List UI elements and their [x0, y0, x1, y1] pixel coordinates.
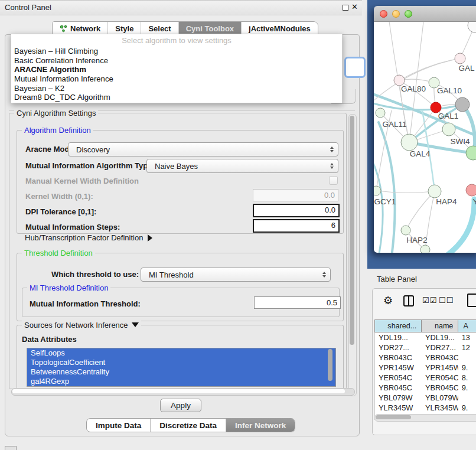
algorithm-option-aracne-algorithm[interactable]: ARACNE Algorithm	[11, 65, 342, 74]
close-window-icon[interactable]	[380, 10, 387, 18]
algorithm-option-bayesian-hill-climbing[interactable]: Bayesian – Hill Climbing	[11, 47, 342, 56]
settings-vertical-scrollbar[interactable]	[348, 114, 357, 396]
table-cell: YBR045C	[375, 383, 422, 393]
zoom-window-icon[interactable]	[405, 10, 412, 18]
network-node-gal[interactable]	[455, 53, 465, 64]
collapsed-panel-chip[interactable]	[5, 446, 17, 450]
table-row[interactable]: YLR345WYLR345W9.	[375, 403, 476, 413]
table-row[interactable]: YDR27...YDR27...12	[375, 343, 476, 353]
import-table-icon[interactable]	[467, 294, 476, 307]
tab-select[interactable]: Select	[141, 22, 178, 35]
attribute-item-gal4rgexp[interactable]: gal4RGexp	[27, 377, 335, 386]
dropdown-prompt: Select algorithm to view settings	[11, 34, 342, 47]
attribute-item-betweennesscentrality[interactable]: BetweennessCentrality	[27, 367, 335, 377]
table-cell: 9.	[458, 403, 476, 413]
control-panel-titlebar: Control Panel ✕	[0, 0, 362, 15]
aracne-mode-select[interactable]: Discovery	[68, 142, 338, 156]
network-canvas[interactable]: GALGAL80GAL10GAL1GAL11GAL4SWI4GCY1HAP4YH…	[374, 22, 476, 253]
columns-icon[interactable]	[403, 295, 414, 306]
mi-threshold-input[interactable]: 0.5	[254, 296, 341, 309]
network-node[interactable]	[420, 245, 430, 253]
node-label-hap4: HAP4	[436, 197, 457, 206]
hidden-combobox-fragment	[344, 57, 366, 78]
minimize-window-icon[interactable]	[392, 10, 400, 18]
network-edge	[376, 191, 435, 193]
network-edge	[399, 58, 460, 80]
select-all-columns-icon[interactable]: ☑☑	[422, 296, 437, 305]
expand-right-icon	[148, 234, 152, 242]
table-row[interactable]: YBR043CYBR043C	[375, 353, 476, 363]
network-node-y[interactable]	[466, 184, 476, 196]
network-node-swi4[interactable]	[466, 146, 476, 160]
network-node-gal4[interactable]	[401, 134, 418, 151]
settings-horizontal-scrollbar[interactable]	[11, 388, 355, 396]
float-window-icon[interactable]	[343, 5, 348, 11]
mi-steps-label: Mutual Information Steps:	[25, 223, 120, 231]
table-row[interactable]: YBR045CYBR045C9.	[375, 383, 476, 393]
hub-definition-label: Hub/Transcription Factor Definition	[25, 233, 143, 242]
network-node-hap2[interactable]	[401, 226, 410, 235]
table-row[interactable]: YPR145WYPR145W9.	[375, 363, 476, 373]
tab-jactivemnodules[interactable]: jActiveMNodules	[242, 22, 318, 35]
mi-threshold-label: Mutual Information Threshold:	[30, 299, 141, 308]
kernel-width-input[interactable]: 0.0	[253, 189, 338, 201]
table-horizontal-scrollbar[interactable]	[374, 414, 476, 422]
table-cell: YLR345W	[375, 403, 422, 413]
which-threshold-select[interactable]: MI Threshold	[141, 268, 331, 282]
column-header-name[interactable]: name	[421, 319, 458, 332]
tab-cyni-toolbox[interactable]: Cyni Toolbox	[179, 22, 242, 35]
algorithm-definition-group: Algorithm Definition Aracne Mode: Discov…	[17, 130, 344, 234]
tab-style[interactable]: Style	[108, 22, 141, 35]
algorithm-option-bayesian-k2[interactable]: Bayesian – K2	[11, 84, 342, 93]
apply-button[interactable]: Apply	[160, 399, 201, 412]
network-node[interactable]	[455, 97, 470, 112]
panel-title: Control Panel	[5, 3, 51, 12]
algorithm-option-basic-correlation-inference[interactable]: Basic Correlation Inference	[11, 56, 342, 66]
column-header-shared-[interactable]: shared...	[374, 319, 421, 332]
algorithm-option-dream8-dc-tdc-algorithm[interactable]: Dream8 DC_TDC Algorithm	[11, 93, 342, 102]
table-cell: YPR145W	[375, 363, 422, 373]
tab-label: Select	[148, 24, 171, 33]
mi-type-select[interactable]: Naive Bayes	[146, 159, 338, 173]
data-attributes-list[interactable]: SelfLoopsTopologicalCoefficientBetweenne…	[27, 348, 336, 387]
data-attributes-label: Data Attributes	[22, 335, 77, 344]
table-row[interactable]: YBL079WYBL079W	[375, 393, 476, 403]
network-node-gcy1[interactable]	[374, 186, 381, 195]
node-label-gcy1: GCY1	[374, 197, 396, 206]
attribute-item-selfloops[interactable]: SelfLoops	[27, 348, 335, 358]
network-edge	[445, 199, 474, 253]
column-header-a[interactable]: A	[458, 319, 476, 332]
segment-impute-data[interactable]: Impute Data	[87, 419, 151, 432]
manual-kernel-label: Manual Kernel Width Definition	[25, 177, 139, 185]
manual-kernel-checkbox[interactable]	[329, 176, 338, 185]
table-cell: YBR045C	[422, 383, 458, 393]
close-panel-icon[interactable]: ✕	[351, 2, 358, 11]
sources-group: Sources for Network Inference Data Attri…	[17, 325, 344, 390]
network-window-titlebar[interactable]	[374, 6, 476, 22]
sources-toggle[interactable]: Sources for Network Inference	[22, 321, 141, 330]
hub-definition-toggle[interactable]: Hub/Transcription Factor Definition	[25, 233, 152, 242]
table-row[interactable]: YER054CYER054C8.	[375, 373, 476, 383]
table-header-row: shared...nameA	[374, 319, 476, 332]
network-node-gal11[interactable]	[376, 108, 385, 118]
segment-discretize-data[interactable]: Discretize Data	[151, 419, 226, 432]
gear-icon[interactable]: ⚙	[383, 294, 393, 307]
list-scrollbar[interactable]	[328, 349, 332, 381]
deselect-all-columns-icon[interactable]: ☐☐	[439, 296, 454, 305]
tab-network[interactable]: Network	[53, 22, 108, 35]
table-row[interactable]: YDL19...YDL19...13	[375, 332, 476, 343]
network-node-hap4[interactable]	[428, 185, 441, 198]
table-cell: YER054C	[422, 373, 458, 383]
segment-infer-network[interactable]: Infer Network	[226, 419, 295, 432]
network-node[interactable]	[468, 22, 476, 32]
dpi-tolerance-input[interactable]: 0.0	[253, 204, 340, 217]
node-label-hap2: HAP2	[406, 236, 427, 244]
algorithm-dropdown-popup: Select algorithm to view settings Bayesi…	[11, 34, 343, 103]
mi-steps-input[interactable]: 6	[253, 219, 340, 233]
network-node-gal1[interactable]	[442, 123, 455, 136]
node-table[interactable]: shared...nameAYDL19...YDL19...13YDR27...…	[374, 319, 476, 420]
attribute-item-topologicalcoefficient[interactable]: TopologicalCoefficient	[27, 358, 335, 367]
collapse-down-icon	[132, 322, 139, 327]
algorithm-option-mutual-information-inference[interactable]: Mutual Information Inference	[11, 74, 342, 84]
table-cell: YPR145W	[422, 363, 458, 373]
